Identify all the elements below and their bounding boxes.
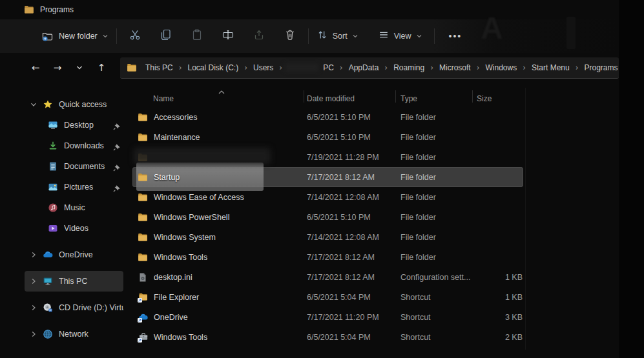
sidebar-item-this-pc[interactable]: This PC [25, 271, 123, 292]
sidebar-item-cd-drive-d-virtual[interactable]: CD Drive (D:) Virtual [25, 297, 123, 318]
sidebar-item-pictures[interactable]: Pictures [25, 177, 123, 197]
command-bar: New folder Sort [0, 19, 619, 53]
copy-icon [160, 28, 172, 44]
folder-icon [138, 112, 148, 123]
column-header-name[interactable]: Name [153, 94, 174, 103]
location-folder-icon [127, 63, 137, 73]
file-row[interactable]: OneDrive7/17/2021 11:20 PMShortcut3 KB [132, 307, 523, 327]
sidebar-item-label: Desktop [64, 121, 94, 130]
recent-locations-button[interactable] [72, 60, 87, 75]
breadcrumb-item[interactable]: Users [250, 62, 276, 74]
name-cell: desktop.ini [138, 267, 299, 287]
breadcrumb-item[interactable]: This PC [142, 62, 176, 74]
copy-button[interactable] [151, 25, 182, 48]
sidebar-item-label: Downloads [64, 141, 104, 150]
chevron-right-icon[interactable] [30, 330, 37, 338]
back-button[interactable]: ← [28, 60, 43, 75]
file-row[interactable]: Windows Tools6/5/2021 5:04 PMShortcut2 K… [132, 327, 523, 347]
new-folder-button[interactable]: New folder [36, 25, 114, 48]
view-button[interactable]: View [373, 25, 428, 48]
chevron-down-icon[interactable] [30, 101, 37, 108]
file-name: desktop.ini [154, 273, 192, 282]
sidebar-item-documents[interactable]: Documents [25, 156, 123, 177]
chevron-right-icon[interactable] [30, 251, 37, 259]
desktop-icon [48, 120, 58, 130]
breadcrumb-chevron-icon[interactable]: › [337, 63, 346, 72]
breadcrumb-item[interactable]: Windows [483, 62, 521, 74]
file-name: File Explorer [154, 293, 199, 302]
file-row[interactable]: desktop.ini7/17/2021 8:12 AMConfiguratio… [132, 267, 523, 287]
file-type: File folder [400, 107, 472, 127]
paste-button[interactable] [182, 25, 213, 48]
name-cell: File Explorer [138, 287, 299, 307]
breadcrumb-item[interactable]: Roaming [390, 62, 428, 74]
file-explorer-window: Programs New folder [0, 0, 619, 358]
file-row[interactable]: Startup7/17/2021 8:12 AMFile folder [132, 167, 523, 187]
file-row[interactable]: Windows Tools7/17/2021 8:12 AMFile folde… [132, 247, 523, 267]
breadcrumb-chevron-icon[interactable]: › [176, 63, 185, 72]
breadcrumb-item[interactable]: Start Menu [528, 62, 573, 74]
up-button[interactable]: ↑ [94, 60, 109, 75]
address-box[interactable]: This PC›Local Disk (C:)›Users›PC›AppData… [120, 57, 619, 79]
sidebar-item-quick-access[interactable]: Quick access [25, 94, 123, 115]
sidebar-item-downloads[interactable]: Downloads [25, 135, 123, 156]
breadcrumb-item[interactable]: PC [320, 62, 337, 74]
column-header-size[interactable]: Size [477, 94, 492, 103]
rename-button[interactable] [213, 25, 244, 48]
more-options-button[interactable]: ••• [444, 25, 468, 48]
file-row[interactable]: Accessories6/5/2021 5:10 PMFile folder [132, 107, 523, 127]
file-row[interactable]: Windows PowerShell6/5/2021 5:10 PMFile f… [132, 207, 523, 227]
forward-button[interactable]: → [50, 60, 65, 75]
breadcrumb-item[interactable]: Local Disk (C:) [185, 62, 242, 74]
file-row[interactable]: Maintenance6/5/2021 5:10 PMFile folder [132, 127, 523, 147]
breadcrumb-item[interactable]: Programs [581, 62, 619, 74]
chevron-right-icon[interactable] [30, 304, 37, 312]
sort-label: Sort [333, 32, 348, 41]
folder-icon [138, 192, 148, 203]
file-row[interactable]: 7/19/2021 11:28 PMFile folder [132, 147, 523, 167]
navigation-pane: Quick accessDesktopDownloadsDocumentsPic… [0, 94, 132, 344]
breadcrumb-chevron-icon[interactable]: › [428, 63, 436, 72]
breadcrumb-chevron-icon[interactable]: › [382, 63, 390, 72]
cut-button[interactable] [119, 25, 151, 48]
column-divider[interactable] [472, 90, 473, 103]
sidebar-item-music[interactable]: Music [25, 197, 123, 218]
column-divider[interactable] [304, 90, 304, 103]
breadcrumb-chevron-icon[interactable]: › [276, 63, 285, 72]
name-cell: Windows Tools [138, 247, 299, 267]
file-type: File folder [400, 187, 472, 207]
file-name: Windows PowerShell [154, 213, 229, 222]
file-date: 6/5/2021 5:04 PM [307, 287, 394, 307]
address-bar: ← → ↑ This PC›Local Disk (C:)›Users›PC›A… [0, 53, 619, 83]
breadcrumb-item[interactable]: Microsoft [436, 62, 474, 74]
file-size [472, 227, 523, 247]
file-name: Windows Tools [154, 333, 207, 342]
file-type: Configuration sett... [400, 267, 472, 287]
breadcrumb-item[interactable]: AppData [346, 62, 382, 74]
breadcrumb-chevron-icon[interactable]: › [520, 63, 528, 72]
column-header-type[interactable]: Type [400, 94, 417, 103]
sidebar-item-onedrive[interactable]: OneDrive [25, 244, 123, 265]
breadcrumb-chevron-icon[interactable]: › [474, 63, 483, 72]
music-icon [48, 203, 58, 213]
name-cell: Startup [138, 167, 299, 187]
network-icon [43, 329, 53, 339]
breadcrumb-chevron-icon[interactable]: › [573, 63, 581, 72]
column-header-date-modified[interactable]: Date modified [307, 94, 355, 103]
column-divider[interactable] [395, 90, 396, 103]
sidebar-item-label: Videos [64, 224, 88, 233]
sidebar-item-network[interactable]: Network [25, 324, 123, 344]
file-name: Windows Tools [154, 253, 207, 262]
file-row[interactable]: File Explorer6/5/2021 5:04 PMShortcut1 K… [132, 287, 523, 307]
sidebar-item-videos[interactable]: Videos [25, 218, 123, 239]
chevron-right-icon[interactable] [30, 277, 37, 285]
sidebar-item-desktop[interactable]: Desktop [25, 115, 123, 135]
folder-icon [138, 232, 148, 243]
breadcrumb-chevron-icon[interactable]: › [242, 63, 250, 72]
share-button[interactable] [244, 25, 275, 48]
delete-button[interactable] [275, 25, 306, 48]
screen-edge [619, 0, 644, 358]
sort-button[interactable]: Sort [311, 25, 364, 48]
cd-drive-icon [43, 303, 53, 313]
file-row[interactable]: Windows System7/14/2021 12:08 AMFile fol… [132, 227, 523, 247]
